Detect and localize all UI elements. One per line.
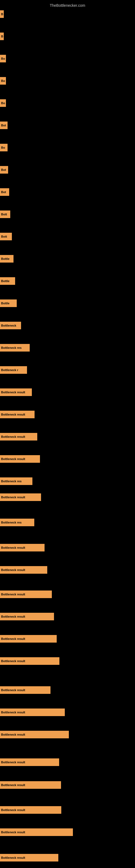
bar-row-22: Bottleneck res: [0, 477, 32, 485]
bar-row-33: Bottleneck result: [0, 731, 69, 738]
bar-row-25: Bottleneck result: [0, 544, 45, 552]
bar-row-1: B: [0, 10, 4, 18]
progress-bar-38: Bottleneck result: [0, 854, 58, 862]
bar-label-33: Bottleneck result: [1, 733, 25, 736]
bar-label-9: Bot: [1, 190, 6, 194]
bar-row-34: Bottleneck result: [0, 758, 59, 766]
progress-bar-3: Bo: [0, 55, 6, 62]
progress-bar-37: Bottleneck result: [0, 828, 73, 836]
bar-row-24: Bottleneck res: [0, 519, 34, 526]
bar-row-11: Bott: [0, 233, 12, 240]
bar-label-10: Bott: [1, 213, 7, 216]
bar-row-19: Bottleneck result: [0, 411, 35, 418]
bar-row-31: Bottleneck result: [0, 686, 50, 694]
progress-bar-8: Bot: [0, 166, 8, 174]
bar-row-18: Bottleneck result: [0, 389, 32, 396]
bar-label-35: Bottleneck result: [1, 783, 25, 786]
progress-bar-26: Bottleneck result: [0, 566, 47, 574]
bar-row-27: Bottleneck result: [0, 590, 52, 598]
bar-row-13: Bottle: [0, 277, 15, 285]
progress-bar-21: Bottleneck result: [0, 455, 40, 463]
progress-bar-33: Bottleneck result: [0, 731, 69, 738]
bar-row-29: Bottleneck result: [0, 635, 57, 643]
progress-bar-20: Bottleneck result: [0, 433, 37, 440]
progress-bar-1: B: [0, 10, 4, 18]
progress-bar-7: Bo: [0, 144, 8, 151]
bar-label-1: B: [1, 12, 3, 16]
bar-label-38: Bottleneck result: [1, 856, 25, 859]
bar-label-19: Bottleneck result: [1, 413, 25, 416]
bar-label-30: Bottleneck result: [1, 659, 25, 663]
progress-bar-31: Bottleneck result: [0, 686, 50, 694]
progress-bar-5: Bo: [0, 99, 6, 107]
bar-label-14: Bottle: [1, 302, 9, 305]
bar-label-32: Bottleneck result: [1, 711, 25, 714]
bar-label-16: Bottleneck res: [1, 346, 21, 349]
bar-row-7: Bo: [0, 144, 8, 151]
bar-label-12: Bottle: [1, 257, 9, 260]
site-title: TheBottlenecker.com: [0, 1, 135, 10]
bar-label-15: Bottleneck: [1, 324, 16, 327]
bar-label-3: Bo: [1, 57, 5, 60]
bar-row-30: Bottleneck result: [0, 657, 59, 665]
bar-row-17: Bottleneck r: [0, 366, 27, 374]
bar-row-9: Bot: [0, 188, 9, 196]
progress-bar-18: Bottleneck result: [0, 389, 32, 396]
bar-row-3: Bo: [0, 55, 6, 62]
progress-bar-2: B: [0, 33, 4, 40]
progress-bar-15: Bottleneck: [0, 322, 21, 329]
bar-row-8: Bot: [0, 166, 8, 174]
progress-bar-25: Bottleneck result: [0, 544, 45, 552]
progress-bar-16: Bottleneck res: [0, 344, 30, 351]
bar-label-28: Bottleneck result: [1, 615, 25, 618]
bar-row-26: Bottleneck result: [0, 566, 47, 574]
bar-label-24: Bottleneck res: [1, 521, 21, 524]
bar-row-32: Bottleneck result: [0, 709, 65, 716]
bar-label-34: Bottleneck result: [1, 761, 25, 764]
bar-label-7: Bo: [1, 146, 5, 149]
progress-bar-13: Bottle: [0, 277, 15, 285]
bar-label-20: Bottleneck result: [1, 435, 25, 438]
bar-row-23: Bottleneck result: [0, 493, 41, 501]
progress-bar-23: Bottleneck result: [0, 493, 41, 501]
progress-bar-9: Bot: [0, 188, 9, 196]
bar-row-4: Bo: [0, 77, 6, 85]
bar-label-37: Bottleneck result: [1, 831, 25, 834]
bar-label-25: Bottleneck result: [1, 546, 25, 549]
progress-bar-32: Bottleneck result: [0, 709, 65, 716]
bar-row-35: Bottleneck result: [0, 781, 61, 789]
bar-row-6: Bot: [0, 122, 8, 129]
progress-bar-28: Bottleneck result: [0, 613, 54, 620]
bar-row-15: Bottleneck: [0, 322, 21, 329]
bar-label-17: Bottleneck r: [1, 368, 18, 372]
progress-bar-35: Bottleneck result: [0, 781, 61, 789]
progress-bar-4: Bo: [0, 77, 6, 85]
bar-row-2: B: [0, 33, 4, 40]
bar-label-8: Bot: [1, 168, 6, 172]
bar-row-38: Bottleneck result: [0, 854, 58, 862]
progress-bar-36: Bottleneck result: [0, 806, 61, 814]
progress-bar-14: Bottle: [0, 300, 17, 307]
progress-bar-27: Bottleneck result: [0, 590, 52, 598]
bar-label-5: Bo: [1, 101, 5, 105]
bar-label-31: Bottleneck result: [1, 688, 25, 692]
progress-bar-19: Bottleneck result: [0, 411, 35, 418]
bar-row-37: Bottleneck result: [0, 828, 73, 836]
bar-label-11: Bott: [1, 235, 7, 238]
progress-bar-17: Bottleneck r: [0, 366, 27, 374]
bar-label-2: B: [1, 35, 3, 38]
bar-row-21: Bottleneck result: [0, 455, 40, 463]
bar-label-13: Bottle: [1, 279, 9, 283]
progress-bar-6: Bot: [0, 122, 8, 129]
bar-row-36: Bottleneck result: [0, 806, 61, 814]
progress-bar-30: Bottleneck result: [0, 657, 59, 665]
progress-bar-11: Bott: [0, 233, 12, 240]
bar-row-28: Bottleneck result: [0, 613, 54, 620]
bar-row-10: Bott: [0, 211, 10, 218]
bar-label-21: Bottleneck result: [1, 457, 25, 461]
bar-row-14: Bottle: [0, 300, 17, 307]
bar-label-27: Bottleneck result: [1, 593, 25, 596]
progress-bar-12: Bottle: [0, 255, 13, 262]
progress-bar-24: Bottleneck res: [0, 519, 34, 526]
bar-row-12: Bottle: [0, 255, 13, 262]
